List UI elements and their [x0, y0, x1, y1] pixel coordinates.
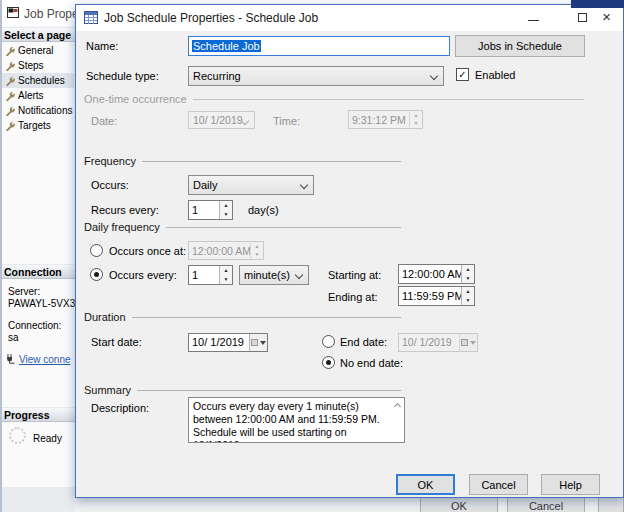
end-date-label[interactable]: End date:: [340, 336, 387, 348]
spin-buttons[interactable]: ▲▼: [461, 287, 474, 305]
group-divider: [193, 99, 584, 100]
dropdown-arrow-icon: [260, 341, 266, 345]
group-divider: [166, 227, 401, 228]
cancel-button[interactable]: Cancel: [469, 474, 528, 495]
starting-at-spinner[interactable]: 12:00:00 AM ▲▼: [398, 264, 475, 284]
group-label: Summary: [84, 384, 131, 396]
window-left-edge: [0, 0, 2, 512]
progress-header: Progress: [0, 407, 75, 422]
occurs-once-time-spinner: 12:00:00 AM ▲▼: [188, 241, 264, 260]
start-date-picker[interactable]: 10/ 1/2019: [188, 333, 268, 352]
scroll-up-icon[interactable]: [394, 403, 401, 410]
one-time-occurrence-group: One-time occurrence: [84, 93, 584, 105]
spin-up-icon: ▲: [220, 266, 232, 275]
progress-status: Ready: [33, 433, 62, 444]
occurs-every-radio[interactable]: [90, 268, 103, 281]
spin-buttons[interactable]: ▲▼: [461, 265, 474, 283]
description-textbox[interactable]: Occurs every day every 1 minute(s) betwe…: [188, 397, 405, 443]
one-time-date-value: 10/ 1/2019: [193, 114, 243, 126]
start-date-value: 10/ 1/2019: [189, 334, 249, 351]
sidebar-item-label: Schedules: [18, 75, 65, 86]
spin-up-icon: ▲: [251, 242, 263, 251]
starting-at-value: 12:00:00 AM: [399, 265, 461, 283]
wrench-icon: [5, 76, 15, 86]
every-unit-dropdown[interactable]: minute(s): [239, 265, 309, 285]
select-a-page-panel: Select a page General Steps Schedules Al…: [0, 26, 75, 487]
chevron-down-icon: [430, 72, 438, 80]
name-label: Name:: [86, 40, 118, 52]
sidebar-item-targets[interactable]: Targets: [2, 118, 74, 133]
one-time-time-value: 9:31:12 PM: [349, 111, 409, 128]
name-input[interactable]: Schedule Job: [188, 36, 450, 56]
select-a-page-header: Select a page: [0, 27, 75, 42]
group-label: Duration: [84, 311, 126, 323]
every-unit-value: minute(s): [244, 269, 290, 281]
dialog-titlebar: Job Schedule Properties - Schedule Job ×: [76, 5, 623, 31]
close-icon: ×: [602, 8, 611, 25]
server-label: Server:: [8, 286, 40, 297]
close-button[interactable]: ×: [598, 5, 620, 31]
group-label: One-time occurrence: [84, 93, 187, 105]
background-window-title: Job Proper: [24, 7, 83, 21]
occurs-every-value: 1: [189, 266, 219, 284]
occurs-once-radio[interactable]: [90, 244, 103, 257]
spin-up-icon: ▲: [220, 201, 232, 210]
ending-at-value: 11:59:59 PM: [399, 287, 461, 305]
enabled-checkbox[interactable]: ✓: [456, 68, 469, 81]
recurs-every-spinner[interactable]: 1 ▲▼: [188, 200, 233, 220]
sidebar-item-steps[interactable]: Steps: [2, 58, 74, 73]
no-end-date-radio[interactable]: [322, 356, 335, 369]
dialog-title: Job Schedule Properties - Schedule Job: [104, 11, 318, 25]
occurs-once-label[interactable]: Occurs once at:: [109, 245, 186, 257]
minimize-button[interactable]: [523, 5, 545, 31]
one-time-time-spinner: 9:31:12 PM ▲▼: [348, 110, 423, 129]
sidebar-item-schedules[interactable]: Schedules: [2, 73, 74, 88]
sidebar-item-general[interactable]: General: [2, 43, 74, 58]
enabled-label[interactable]: Enabled: [475, 69, 515, 81]
spin-down-icon: ▼: [220, 275, 232, 284]
maximize-icon: [578, 13, 587, 22]
view-connection-link[interactable]: View conne: [19, 354, 71, 365]
calendar-icon: [251, 339, 258, 346]
wrench-icon: [5, 61, 15, 71]
main-window-strip: [571, 0, 624, 8]
occurs-label: Occurs:: [91, 179, 129, 191]
schedule-type-dropdown[interactable]: Recurring: [188, 66, 444, 86]
occurs-once-time-value: 12:00:00 AM: [189, 242, 250, 259]
ok-button[interactable]: OK: [396, 474, 455, 495]
occurs-dropdown[interactable]: Daily: [188, 175, 314, 195]
occurs-every-spinner[interactable]: 1 ▲▼: [188, 265, 233, 285]
time-label: Time:: [273, 115, 300, 127]
server-value: PAWAYL-5VX3: [8, 298, 75, 309]
help-button[interactable]: Help: [541, 474, 600, 495]
spin-buttons[interactable]: ▲▼: [219, 201, 232, 219]
wrench-icon: [5, 121, 15, 131]
spin-up-icon: ▲: [462, 265, 474, 274]
chevron-down-icon: [295, 271, 303, 279]
schedule-icon: [84, 11, 98, 24]
end-date-radio[interactable]: [322, 335, 335, 348]
group-divider: [142, 161, 401, 162]
schedule-type-value: Recurring: [193, 70, 241, 82]
sidebar-item-label: Notifications: [18, 105, 72, 116]
calendar-button[interactable]: [249, 334, 267, 351]
summary-group: Summary: [84, 384, 401, 396]
ending-at-spinner[interactable]: 11:59:59 PM ▲▼: [398, 286, 475, 306]
spin-down-icon: ▼: [220, 210, 232, 219]
sidebar-item-label: Alerts: [18, 90, 44, 101]
no-end-date-label[interactable]: No end date:: [340, 357, 403, 369]
sidebar-item-alerts[interactable]: Alerts: [2, 88, 74, 103]
group-label: Frequency: [84, 155, 136, 167]
sidebar-item-notifications[interactable]: Notifications: [2, 103, 74, 118]
chevron-down-icon: [300, 181, 308, 189]
frequency-group: Frequency: [84, 155, 401, 167]
occurs-value: Daily: [193, 179, 217, 191]
jobs-in-schedule-button[interactable]: Jobs in Schedule: [455, 35, 585, 57]
spin-up-icon: ▲: [462, 287, 474, 296]
sidebar-item-label: Targets: [18, 120, 51, 131]
end-date-value: 10/ 1/2019: [399, 334, 459, 351]
maximize-button[interactable]: [572, 5, 594, 31]
job-schedule-properties-dialog: Job Schedule Properties - Schedule Job ×…: [75, 4, 624, 498]
occurs-every-label[interactable]: Occurs every:: [109, 269, 177, 281]
spin-buttons[interactable]: ▲▼: [219, 266, 232, 284]
